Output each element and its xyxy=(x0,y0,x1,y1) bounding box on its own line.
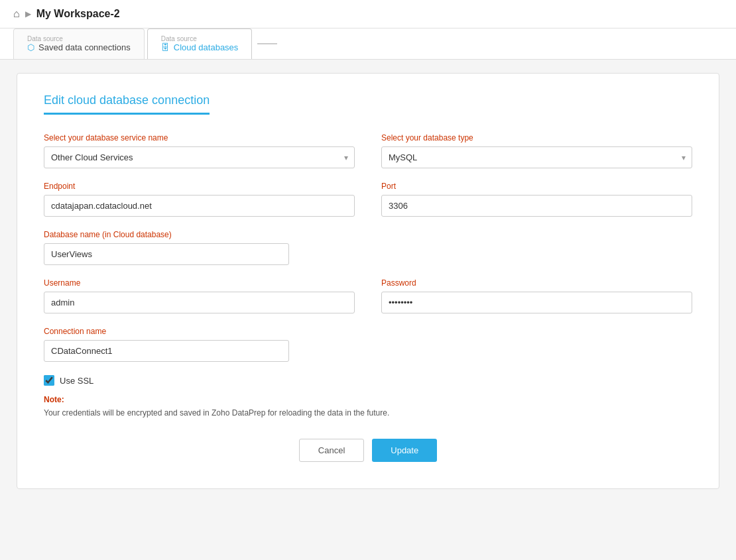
username-password-row: Username Password xyxy=(44,278,692,313)
connections-icon: ⬡ xyxy=(27,42,34,52)
tab-cloud-name: 🗄 Cloud databases xyxy=(161,42,239,52)
port-group: Port xyxy=(381,182,692,217)
tab-saved-name: ⬡ Saved data connections xyxy=(27,42,131,52)
db-name-group: Database name (in Cloud database) xyxy=(44,230,289,265)
tabs-row: Data source ⬡ Saved data connections Dat… xyxy=(0,28,736,60)
db-name-input[interactable] xyxy=(44,243,289,265)
db-service-label: Select your database service name xyxy=(44,133,355,142)
db-service-select-wrapper: Other Cloud Services Amazon RDS Google C… xyxy=(44,146,355,168)
buttons-row: Cancel Update xyxy=(44,439,692,462)
tab-cloud-databases[interactable]: Data source 🗄 Cloud databases xyxy=(147,28,253,59)
db-type-group: Select your database type MySQL PostgreS… xyxy=(381,133,692,168)
tab-cloud-datasource-label: Data source xyxy=(161,36,239,42)
tab-divider xyxy=(257,43,277,44)
username-input[interactable] xyxy=(44,292,355,313)
use-ssl-label[interactable]: Use SSL xyxy=(60,376,93,386)
note-section: Note: Your credentials will be encrypted… xyxy=(44,395,692,419)
port-label: Port xyxy=(381,182,692,191)
note-text: Your credentials will be encrypted and s… xyxy=(44,407,692,419)
db-type-select[interactable]: MySQL PostgreSQL Microsoft SQL Server Or… xyxy=(381,146,692,168)
db-service-group: Select your database service name Other … xyxy=(44,133,355,168)
db-service-type-row: Select your database service name Other … xyxy=(44,133,692,168)
db-service-select[interactable]: Other Cloud Services Amazon RDS Google C… xyxy=(44,146,355,168)
db-name-row: Database name (in Cloud database) xyxy=(44,230,289,265)
use-ssl-checkbox[interactable] xyxy=(44,375,54,386)
connection-name-row: Connection name xyxy=(44,327,289,362)
password-group: Password xyxy=(381,278,692,313)
port-input[interactable] xyxy=(381,195,692,217)
home-icon[interactable]: ⌂ xyxy=(13,8,20,20)
db-type-select-wrapper: MySQL PostgreSQL Microsoft SQL Server Or… xyxy=(381,146,692,168)
db-name-label: Database name (in Cloud database) xyxy=(44,230,289,239)
database-icon: 🗄 xyxy=(161,42,170,52)
username-group: Username xyxy=(44,278,355,313)
endpoint-group: Endpoint xyxy=(44,182,355,217)
breadcrumb-arrow: ▶ xyxy=(25,9,31,19)
note-title: Note: xyxy=(44,395,692,404)
ssl-row: Use SSL xyxy=(44,375,692,386)
endpoint-port-row: Endpoint Port xyxy=(44,182,692,217)
connection-name-group: Connection name xyxy=(44,327,289,362)
endpoint-label: Endpoint xyxy=(44,182,355,191)
username-label: Username xyxy=(44,278,355,288)
connection-name-input[interactable] xyxy=(44,340,289,362)
cancel-button[interactable]: Cancel xyxy=(299,439,364,462)
update-button[interactable]: Update xyxy=(372,439,437,462)
tab-saved-datasource-label: Data source xyxy=(27,36,131,42)
connection-name-label: Connection name xyxy=(44,327,289,336)
tab-saved-connections[interactable]: Data source ⬡ Saved data connections xyxy=(13,28,145,59)
breadcrumb-title: My Workspace-2 xyxy=(36,8,120,20)
main-content: Edit cloud database connection Select yo… xyxy=(3,60,733,502)
top-bar: ⌂ ▶ My Workspace-2 xyxy=(0,0,736,28)
endpoint-input[interactable] xyxy=(44,195,355,217)
form-card: Edit cloud database connection Select yo… xyxy=(17,73,719,489)
password-input[interactable] xyxy=(381,292,692,313)
password-label: Password xyxy=(381,278,692,288)
db-type-label: Select your database type xyxy=(381,133,692,142)
form-title: Edit cloud database connection xyxy=(44,93,210,115)
